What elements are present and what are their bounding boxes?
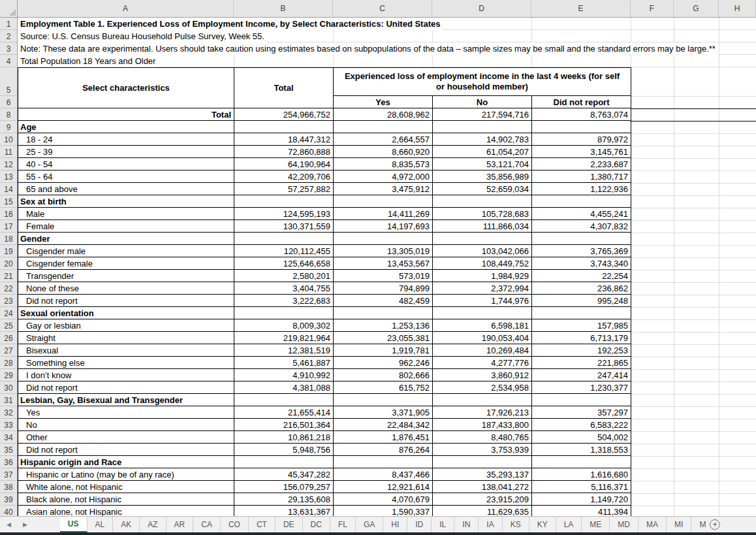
row-label[interactable]: 40 - 54 [18,158,234,170]
cell-did-not-report[interactable] [532,233,631,245]
cell-total[interactable]: 8,009,302 [234,319,334,332]
row-header-28[interactable]: 28 [0,357,17,369]
row-label[interactable]: Did not report [18,381,234,394]
cell-yes[interactable]: 12,921,614 [334,481,433,493]
cell-total[interactable]: 156,079,257 [234,481,334,493]
cell-did-not-report[interactable]: 192,253 [532,344,631,357]
cell-yes[interactable]: 3,371,905 [334,406,433,419]
cell-total[interactable]: 21,655,414 [234,406,334,419]
row-header-9[interactable]: 9 [0,121,17,133]
cell-total[interactable]: 12,381,519 [234,344,334,357]
cell-yes[interactable]: 14,197,693 [334,220,433,233]
cell-total[interactable]: 3,222,683 [234,295,334,307]
row-header-14[interactable]: 14 [0,183,17,195]
row-label[interactable]: Lesbian, Gay, Bisexual and Transgender [18,394,234,406]
cell-total[interactable]: 125,646,658 [234,257,334,270]
tab-scroll-right-icon[interactable]: ▶ [23,521,27,528]
row-label[interactable]: Total [18,108,234,121]
row-header-33[interactable]: 33 [0,419,17,431]
row-label[interactable]: Cisgender female [18,257,234,270]
cell-yes[interactable] [334,121,433,133]
cell-no[interactable] [433,456,532,468]
cell-did-not-report[interactable] [532,121,631,133]
cell-did-not-report[interactable]: 879,972 [532,133,631,146]
cell-did-not-report[interactable]: 8,763,074 [532,108,631,121]
cell-yes[interactable]: 3,475,912 [334,183,433,195]
column-header-B[interactable]: B [234,0,333,17]
cell-no[interactable]: 105,728,683 [433,208,532,220]
cell-no[interactable] [433,307,532,319]
cell-did-not-report[interactable]: 3,765,369 [532,245,631,257]
cell-yes[interactable]: 4,070,679 [334,493,433,506]
cell-total[interactable]: 13,631,367 [234,506,334,517]
row-label[interactable]: Bisexual [18,344,234,357]
column-header-A[interactable]: A [18,0,234,17]
group-header[interactable]: Experienced loss of employment income in… [334,68,631,96]
add-sheet-button[interactable]: + [706,517,724,532]
cell-yes[interactable]: 14,411,269 [334,208,433,220]
cell-did-not-report[interactable]: 157,985 [532,319,631,332]
cell-did-not-report[interactable]: 4,455,241 [532,208,631,220]
cell-no[interactable]: 14,902,783 [433,133,532,146]
cell-did-not-report[interactable]: 1,380,717 [532,170,631,183]
cell-did-not-report[interactable] [532,307,631,319]
row-header-21[interactable]: 21 [0,270,17,282]
cell-no[interactable]: 17,926,213 [433,406,532,419]
cell-total[interactable]: 3,404,755 [234,282,334,295]
cell-yes[interactable]: 2,664,557 [334,133,433,146]
row-label[interactable]: 65 and above [18,183,234,195]
cell-no[interactable]: 3,860,912 [433,369,532,381]
row-header-8[interactable]: 8 [0,108,17,121]
row-header-2[interactable]: 2 [0,30,17,42]
cell-did-not-report[interactable]: 247,414 [532,369,631,381]
row-label[interactable]: No [18,419,234,431]
cell-no[interactable]: 8,480,765 [433,431,532,444]
row-header-17[interactable]: 17 [0,220,17,233]
cell-no[interactable]: 2,372,994 [433,282,532,295]
row-label[interactable]: Did not report [18,444,234,456]
row-header-35[interactable]: 35 [0,444,17,456]
row-label[interactable]: Male [18,208,234,220]
cell-no[interactable]: 1,744,976 [433,295,532,307]
column-header-D[interactable]: D [432,0,531,17]
cell-no[interactable]: 10,269,484 [433,344,532,357]
row-header-10[interactable]: 10 [0,133,17,146]
row-header-18[interactable]: 18 [0,233,17,245]
cell-yes[interactable]: 482,459 [334,295,433,307]
sheet-tab-AZ[interactable]: AZ [140,517,166,532]
cell-yes[interactable] [334,456,433,468]
cell-total[interactable]: 2,580,201 [234,270,334,282]
column-header-G[interactable]: G [674,0,719,17]
row-header-16[interactable]: 16 [0,208,17,220]
cell-note[interactable]: Note: These data are experimental. Users… [18,42,718,55]
row-label[interactable]: 25 - 39 [18,146,234,158]
row-label[interactable]: Sex at birth [18,195,234,208]
sheet-tab-ME[interactable]: ME [582,517,610,532]
cell-yes[interactable]: 876,264 [334,444,433,456]
sheet-tab-IN[interactable]: IN [454,517,479,532]
cell-yes[interactable]: 8,660,920 [334,146,433,158]
cell-did-not-report[interactable]: 1,318,553 [532,444,631,456]
row-header-36[interactable]: 36 [0,456,17,468]
sheet-tab-US[interactable]: US [60,517,87,532]
cell-yes[interactable]: 22,484,342 [334,419,433,431]
cell-total[interactable]: 57,257,882 [234,183,334,195]
cell-total[interactable]: 29,135,608 [234,493,334,506]
row-header-5[interactable]: 5 [0,67,17,96]
sheet-tab-IL[interactable]: IL [432,517,454,532]
cell-no[interactable]: 52,659,034 [433,183,532,195]
cell-total[interactable]: 64,190,964 [234,158,334,170]
cell-did-not-report[interactable]: 411,394 [532,506,631,517]
sheet-tab-DE[interactable]: DE [276,517,303,532]
cell-no[interactable]: 4,277,776 [433,357,532,369]
cell-no[interactable] [433,195,532,208]
cell-did-not-report[interactable]: 1,616,680 [532,468,631,481]
cell-did-not-report[interactable] [532,456,631,468]
cell-total[interactable]: 5,461,887 [234,357,334,369]
row-label[interactable]: 18 - 24 [18,133,234,146]
row-label[interactable]: Age [18,121,234,133]
cell-yes[interactable] [334,307,433,319]
cell-total[interactable]: 45,347,282 [234,468,334,481]
cell-did-not-report[interactable]: 504,002 [532,431,631,444]
row-label[interactable]: Yes [18,406,234,419]
